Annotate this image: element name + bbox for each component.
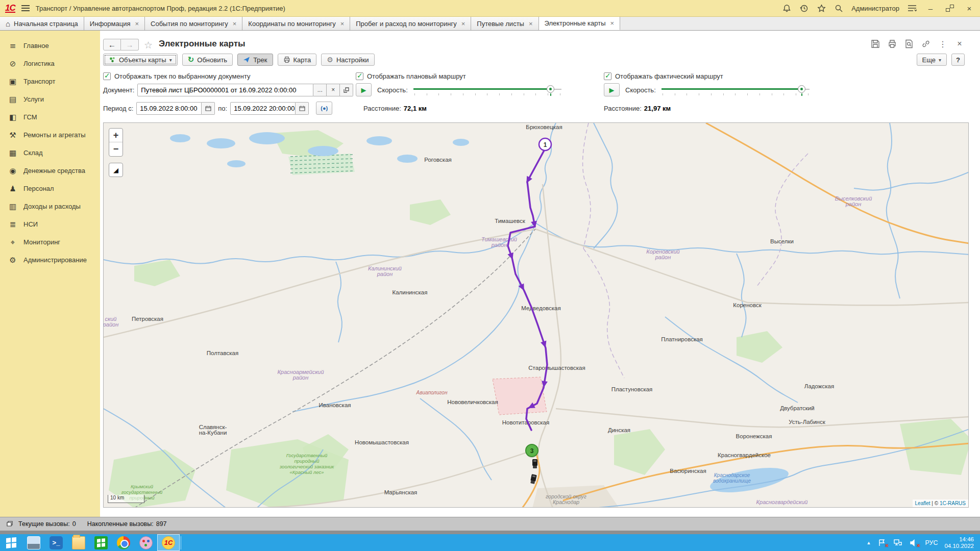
get-link-icon[interactable] [921, 39, 931, 49]
favorites-star-icon[interactable] [817, 4, 826, 13]
show-planned-route-checkbox[interactable]: ✓ Отображать плановый маршрут [356, 71, 466, 81]
tab-close-icon[interactable]: × [461, 20, 465, 28]
planned-play-button[interactable]: ▶ [356, 83, 372, 96]
sidebar-item[interactable]: ◧ГСМ [0, 108, 100, 126]
map-canvas[interactable]: БрюховецкаяРоговскаяТимашевскТимашевский… [103, 122, 969, 508]
notifications-bell-icon[interactable] [782, 4, 791, 13]
taskbar-app-chrome[interactable] [112, 534, 135, 551]
period-to-calendar-icon[interactable] [296, 102, 309, 115]
more-button-label: Еще [922, 56, 936, 64]
sidebar-item[interactable]: ⊘Логистика [0, 55, 100, 72]
svg-text:Полтавская: Полтавская [207, 350, 238, 356]
sidebar-item[interactable]: ⌖Мониторинг [0, 233, 100, 251]
volume-muted-icon[interactable]: × [909, 538, 918, 547]
map-objects-button[interactable]: Объекты карты ▾ [103, 54, 178, 66]
taskbar-app-powershell[interactable]: >_ [45, 534, 67, 551]
coordinates-button[interactable]: (●) [316, 102, 332, 115]
actual-speed-thumb[interactable] [798, 85, 805, 93]
sidebar-item[interactable]: ≡Главное [0, 37, 100, 55]
action-center-flag-icon[interactable]: × [877, 538, 887, 547]
print-preview-icon[interactable] [904, 39, 914, 49]
network-icon[interactable] [893, 538, 902, 547]
tab-item[interactable]: События по мониторингу× [145, 17, 242, 30]
sidebar-item-icon: ⌖ [8, 238, 17, 247]
period-to-input[interactable]: 15.09.2022 20:00:00 [230, 102, 296, 115]
document-clear-button[interactable]: × [327, 84, 340, 96]
taskbar-app-store[interactable] [90, 534, 112, 551]
sidebar-item-label: Склад [23, 149, 43, 157]
tab-home[interactable]: ⌂Начальная страница [0, 17, 84, 30]
search-icon[interactable] [834, 4, 843, 13]
tab-item[interactable]: Пробег и расход по мониторингу× [350, 17, 471, 30]
sidebar-item[interactable]: ≣НСИ [0, 215, 100, 233]
settings-button[interactable]: ⚙ Настройки [321, 54, 374, 66]
document-input[interactable]: Путевой лист ЦБРО0000001 от 16.09.2022 0… [137, 84, 313, 96]
close-form-icon[interactable]: × [954, 39, 965, 49]
powershell-icon: >_ [50, 536, 63, 549]
period-from-input[interactable]: 15.09.2022 8:00:00 [136, 102, 202, 115]
taskbar-app-1c-active[interactable]: 1С [157, 534, 180, 551]
document-choose-button[interactable]: ... [313, 84, 327, 96]
tab-close-icon[interactable]: × [233, 20, 237, 28]
language-indicator[interactable]: РУС [925, 539, 938, 546]
leaflet-link[interactable]: Leaflet [915, 500, 930, 506]
actual-play-button[interactable]: ▶ [604, 83, 620, 96]
sidebar-item[interactable]: ⚒Ремонты и агрегаты [0, 126, 100, 144]
refresh-button[interactable]: ↻ Обновить [182, 54, 233, 66]
sidebar-item-label: Денежные средства [23, 167, 85, 174]
sidebar-item[interactable]: ▤Услуги [0, 90, 100, 108]
tab-close-icon[interactable]: × [610, 19, 615, 27]
more-button[interactable]: Еще ▾ [917, 54, 947, 66]
start-button[interactable] [0, 534, 22, 551]
tab-item[interactable]: Информация× [84, 17, 145, 30]
taskbar-app-explorer[interactable] [67, 534, 90, 551]
sidebar-item[interactable]: ▦Склад [0, 144, 100, 162]
sidebar-item[interactable]: ▣Транспорт [0, 72, 100, 90]
period-from-calendar-icon[interactable] [202, 102, 215, 115]
tab-item[interactable]: Координаты по мониторингу× [242, 17, 350, 30]
tab-close-icon[interactable]: × [529, 20, 533, 28]
sidebar-item[interactable]: ⚙Администрирование [0, 251, 100, 269]
planned-speed-thumb[interactable] [547, 85, 554, 93]
planned-speed-slider[interactable] [413, 83, 561, 96]
period-from-label: Период с: [103, 105, 133, 112]
show-actual-route-checkbox[interactable]: ✓ Отображать фактический маршрут [604, 71, 723, 81]
page-favorite-star-icon[interactable]: ☆ [144, 39, 153, 51]
save-icon[interactable] [870, 39, 880, 49]
more-menu-kebab-icon[interactable]: ⋮ [938, 39, 948, 49]
tray-expand-icon[interactable]: ▲ [866, 540, 871, 545]
svg-text:Новомышастовская: Новомышастовская [355, 439, 409, 445]
help-button[interactable]: ? [951, 54, 965, 66]
close-window-button[interactable]: × [964, 4, 975, 13]
document-open-icon[interactable] [340, 84, 353, 96]
taskbar-app-rdp[interactable] [22, 534, 45, 551]
history-icon[interactable] [799, 4, 808, 13]
tab-close-icon[interactable]: × [340, 20, 345, 28]
planned-speed-label: Скорость: [377, 86, 408, 94]
minimize-button[interactable]: – [925, 4, 936, 13]
track-button[interactable]: Трек [237, 54, 273, 66]
tab-item[interactable]: Путевые листы× [471, 17, 538, 30]
taskbar-app-paint[interactable] [135, 534, 157, 551]
current-user[interactable]: Администратор [851, 5, 899, 12]
main-menu-icon[interactable] [21, 5, 30, 11]
actual-speed-slider[interactable] [662, 83, 810, 96]
clock[interactable]: 14:46 04.10.2022 [944, 536, 974, 549]
sidebar-item[interactable]: ▥Доходы и расходы [0, 197, 100, 215]
window-titlebar: 1С Транспорт / Управление автотранспорто… [0, 0, 980, 17]
settings-menu-icon[interactable] [908, 4, 917, 13]
zoom-out-button[interactable]: − [109, 142, 122, 156]
map-print-button[interactable]: Карта [278, 54, 317, 66]
svg-text:Авиаполигон: Авиаполигон [416, 390, 448, 395]
vendor-link[interactable]: 1C-RARUS [940, 500, 966, 506]
zoom-in-button[interactable]: + [109, 129, 122, 142]
nav-back-button[interactable]: ← [103, 39, 121, 51]
show-track-checkbox[interactable]: ✓ Отображать трек по выбранному документ… [103, 71, 251, 81]
sidebar-item[interactable]: ♟Персонал [0, 180, 100, 197]
measure-tool-button[interactable]: ◢ [109, 163, 123, 177]
sidebar-item[interactable]: ◉Денежные средства [0, 162, 100, 180]
nav-forward-button[interactable]: → [121, 39, 139, 51]
tab-active[interactable]: Электронные карты× [539, 17, 621, 30]
tab-close-icon[interactable]: × [135, 20, 139, 28]
print-icon[interactable] [887, 39, 897, 49]
